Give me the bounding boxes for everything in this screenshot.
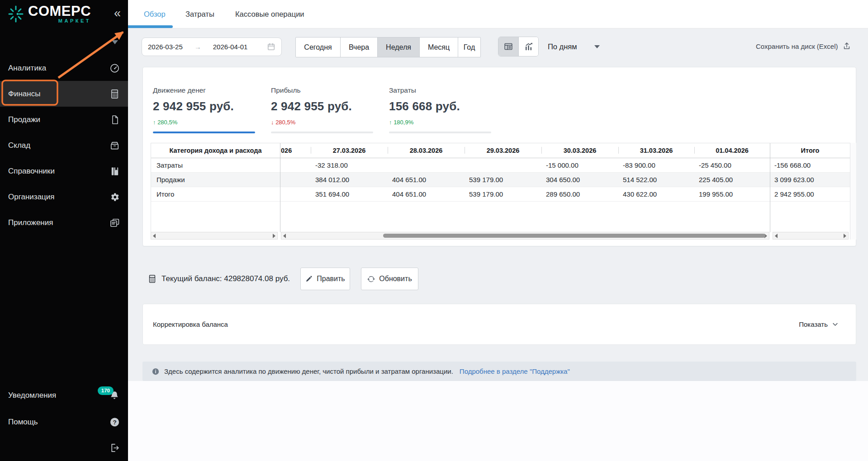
box-icon (109, 140, 120, 151)
info-text: Здесь содержится аналитика по движению д… (164, 367, 453, 375)
scrollbar-total-column[interactable] (773, 232, 849, 240)
group-by-select[interactable]: По дням (548, 37, 600, 56)
metric-delta-value: 280,5% (275, 119, 295, 126)
logout-icon (109, 443, 120, 453)
sidebar-item-label: Уведомления (8, 391, 56, 400)
sidebar-item-notifications[interactable]: Уведомления 170 (0, 383, 128, 408)
calendar-icon[interactable] (267, 42, 275, 51)
metric-label: Затраты (389, 86, 491, 94)
date-from-value[interactable]: 2026-03-25 (148, 43, 183, 51)
support-link[interactable]: Подробнее в разделе "Поддержка" (460, 367, 570, 375)
export-excel-button[interactable]: Сохранить на диск (Excel) (756, 37, 851, 56)
chart-view-icon[interactable] (518, 37, 538, 56)
cell-value: 539 179.00 (465, 173, 541, 187)
app-screen: COMEPC МАРКЕТ « Аналитика Финансы (0, 0, 868, 461)
active-tab-indicator (128, 25, 173, 28)
sidebar-item-label: Организация (8, 193, 55, 202)
pencil-icon (305, 275, 313, 282)
date-range-arrow-icon: → (194, 43, 201, 51)
column-header-date[interactable]: 27.03.2026 (311, 143, 388, 158)
refresh-balance-button[interactable]: Обновить (361, 268, 418, 290)
cell-category: Продажи (151, 173, 280, 187)
sidebar-item-directories[interactable]: Справочники (0, 158, 128, 184)
edit-balance-button[interactable]: Править (300, 268, 350, 290)
column-header-date[interactable]: 30.03.2026 (541, 143, 618, 158)
table-row-expenses[interactable]: Затраты -32 318.00 -15 000.00 -83 900.00… (151, 158, 850, 173)
cell-value: 384 012.00 (311, 173, 388, 187)
sidebar-item-logout[interactable] (0, 435, 128, 461)
sidebar-item-applications[interactable]: Приложения (0, 210, 128, 235)
tab-cash-operations[interactable]: Кассовые операции (235, 0, 304, 28)
tab-expenses[interactable]: Затраты (185, 0, 214, 28)
scrollbar-thumb[interactable] (383, 234, 765, 238)
date-range-picker[interactable]: 2026-03-25 → 2026-04-01 (142, 38, 282, 56)
column-header-date[interactable]: 29.03.2026 (465, 143, 541, 158)
column-header-category[interactable]: Категория дохода и расхода (151, 143, 280, 158)
chevron-down-icon[interactable] (112, 40, 118, 44)
range-month-button[interactable]: Месяц (419, 37, 458, 57)
cell-value: 514 522.00 (618, 173, 694, 187)
scrollbar-dates[interactable] (281, 232, 769, 240)
sidebar: COMEPC МАРКЕТ « Аналитика Финансы (0, 0, 128, 461)
cell-value: -32 318.00 (311, 158, 388, 173)
metric-expenses[interactable]: Затраты 156 668 руб. ↑ 180,9% (389, 86, 491, 133)
column-header-date[interactable]: 01.04.2026 (694, 143, 770, 158)
range-year-button[interactable]: Год (458, 37, 481, 57)
sidebar-item-organization[interactable]: Организация (0, 184, 128, 210)
finance-table-wrapper: Категория дохода и расхода 026 27.03.202… (151, 143, 851, 232)
page-tabs: Обзор Затраты Кассовые операции (128, 0, 868, 28)
table-row-total[interactable]: Итого 351 694.00 404 651.00 539 179.00 2… (151, 187, 850, 202)
scroll-left-arrow-icon[interactable] (283, 234, 286, 238)
metric-value: 2 942 955 руб. (271, 99, 373, 113)
metric-profit[interactable]: Прибыль 2 942 955 руб. ↓ 280,5% (271, 86, 373, 133)
sidebar-item-finance[interactable]: Финансы (0, 81, 128, 107)
sidebar-item-label: Приложения (8, 218, 53, 227)
range-week-button[interactable]: Неделя (377, 37, 420, 57)
metric-delta: ↓ 280,5% (271, 119, 373, 126)
cell-value (280, 173, 311, 187)
scroll-left-arrow-icon[interactable] (775, 234, 778, 238)
date-to-value[interactable]: 2026-04-01 (213, 43, 248, 51)
view-mode-toggle (498, 37, 539, 56)
cell-value (388, 158, 465, 173)
cell-total: 2 942 955.00 (770, 187, 850, 202)
upload-icon (842, 42, 851, 51)
sidebar-item-help[interactable]: Помощь ? (0, 409, 128, 435)
cell-value: 289 650.00 (541, 187, 618, 202)
table-row-sales[interactable]: Продажи 384 012.00 404 651.00 539 179.00… (151, 173, 850, 187)
metric-label: Прибыль (271, 86, 373, 94)
vertical-scrollbar[interactable] (850, 143, 856, 240)
column-header-total[interactable]: Итого (770, 143, 850, 158)
range-yesterday-button[interactable]: Вчера (340, 37, 378, 57)
gear-icon (109, 192, 120, 202)
column-header-date[interactable]: 28.03.2026 (388, 143, 465, 158)
adjustment-title: Корректировка баланса (153, 320, 228, 328)
metric-delta-value: 280,5% (157, 119, 177, 126)
scrollbar-fixed-column[interactable] (151, 232, 278, 240)
show-adjustment-button[interactable]: Показать (799, 320, 839, 328)
cell-value: 225 405.00 (694, 173, 770, 187)
column-header-date[interactable]: 31.03.2026 (618, 143, 694, 158)
sidebar-item-label: Помощь (8, 418, 38, 427)
scroll-left-arrow-icon[interactable] (153, 234, 156, 238)
metric-cash-flow[interactable]: Движение денег 2 942 955 руб. ↑ 280,5% (153, 86, 255, 133)
cell-value: 404 651.00 (388, 187, 465, 202)
sidebar-item-sales[interactable]: Продажи (0, 107, 128, 132)
sidebar-item-warehouse[interactable]: Склад (0, 132, 128, 158)
trend-down-icon: ↓ (271, 119, 274, 126)
scroll-right-arrow-icon[interactable] (844, 234, 846, 238)
column-header-clipped-date[interactable]: 026 (280, 143, 311, 158)
sidebar-item-analytics[interactable]: Аналитика (0, 55, 128, 81)
range-today-button[interactable]: Сегодня (295, 37, 341, 57)
show-label: Показать (799, 320, 828, 328)
sidebar-collapse-button[interactable]: « (113, 6, 122, 20)
tab-overview[interactable]: Обзор (144, 0, 166, 28)
table-view-icon[interactable] (498, 37, 518, 56)
chevron-down-icon (832, 321, 839, 328)
total-column-divider (770, 143, 770, 232)
logo: COMEPC МАРКЕТ (6, 4, 91, 24)
scroll-right-arrow-icon[interactable] (273, 234, 275, 238)
refresh-icon (367, 275, 375, 283)
metric-delta: ↑ 180,9% (389, 119, 491, 126)
logo-text: COMEPC МАРКЕТ (28, 4, 91, 24)
